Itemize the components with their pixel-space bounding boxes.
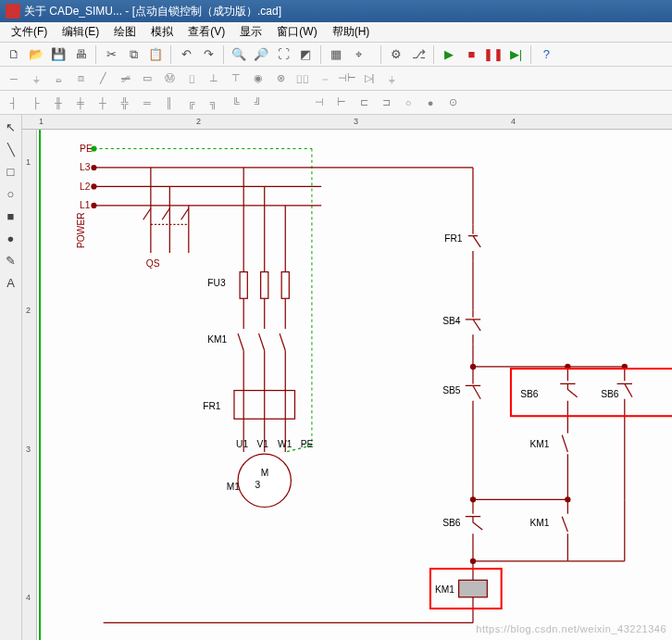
- save-button[interactable]: 💾: [48, 44, 68, 65]
- comp2-c[interactable]: ╫: [48, 93, 68, 113]
- menu-edit[interactable]: 编辑(E): [55, 22, 106, 42]
- comp2-m[interactable]: ⊣: [309, 93, 330, 113]
- comp-lamp[interactable]: ⊗: [270, 69, 291, 89]
- watermark: https://blog.csdn.net/weixin_43221346: [476, 623, 666, 634]
- tool-pen[interactable]: ✎: [3, 252, 19, 269]
- undo-button[interactable]: ↶: [176, 44, 196, 65]
- comp2-i[interactable]: ╔: [181, 93, 202, 113]
- sim-config-button[interactable]: ⚙: [386, 44, 406, 65]
- separator: [223, 45, 224, 64]
- play-button[interactable]: ▶: [439, 44, 459, 65]
- tool-rect[interactable]: □: [3, 163, 19, 180]
- comp-wire[interactable]: ─: [4, 69, 24, 89]
- comp-switch[interactable]: ╱: [93, 69, 113, 89]
- snap-button[interactable]: ⌖: [348, 44, 368, 65]
- menu-draw[interactable]: 绘图: [106, 22, 143, 42]
- comp-fuse[interactable]: ⏛: [48, 69, 68, 89]
- comp-capacitor[interactable]: ⊣⊢: [337, 69, 357, 89]
- separator: [380, 45, 381, 64]
- svg-rect-60: [459, 580, 488, 596]
- drawing-canvas[interactable]: PE L3 L2 L1 POWER QS FU3 KM1 FR1 U1 V1 W…: [37, 130, 672, 640]
- menu-window[interactable]: 窗口(W): [269, 22, 324, 42]
- label-u1: U1: [236, 439, 248, 449]
- print-button[interactable]: 🖶: [70, 44, 91, 65]
- label-m1: M1: [227, 482, 241, 492]
- tool-text[interactable]: A: [3, 274, 19, 291]
- separator: [170, 45, 171, 64]
- comp-breaker[interactable]: ⧈: [70, 69, 91, 89]
- menu-help[interactable]: 帮助(H): [325, 22, 378, 42]
- comp2-s[interactable]: ⊙: [442, 93, 463, 113]
- zoom-out-button[interactable]: 🔎: [251, 44, 271, 65]
- open-button[interactable]: 📂: [26, 44, 46, 65]
- comp-motor[interactable]: Ⓜ: [159, 69, 180, 89]
- menubar: 文件(F) 编辑(E) 绘图 模拟 查看(V) 显示 窗口(W) 帮助(H): [0, 22, 672, 43]
- comp-diode[interactable]: ▷|: [359, 69, 380, 89]
- svg-rect-18: [281, 272, 289, 299]
- label-fu3: FU3: [207, 278, 226, 288]
- comp-contactor[interactable]: ⧣: [115, 69, 135, 89]
- menu-file[interactable]: 文件(F): [4, 22, 55, 42]
- comp-relay[interactable]: ▭: [137, 69, 157, 89]
- separator: [95, 45, 96, 64]
- comp-transformer[interactable]: ⌷⌷: [292, 69, 313, 89]
- help-button[interactable]: ?: [536, 44, 556, 65]
- window-title: 关于 CADe_SIMU... - [点动自锁控制（成功版）.cad]: [24, 4, 281, 19]
- comp2-o[interactable]: ⊏: [354, 93, 374, 113]
- tool-fillcircle[interactable]: ●: [3, 230, 19, 246]
- redo-button[interactable]: ↷: [198, 44, 218, 65]
- comp2-e[interactable]: ┼: [93, 93, 113, 113]
- comp-contact-no[interactable]: ⊥: [204, 69, 224, 89]
- zoom-fit-button[interactable]: ⛶: [273, 44, 293, 65]
- workspace: ↖ ╲ □ ○ ■ ● ✎ A 1 2 3 4 1 2 3 4: [0, 115, 672, 640]
- zoom-in-button[interactable]: 🔍: [229, 44, 249, 65]
- comp2-b[interactable]: ├: [26, 93, 46, 113]
- tool-circle[interactable]: ○: [3, 185, 19, 202]
- comp-coil[interactable]: ⌷: [181, 69, 202, 89]
- comp-button[interactable]: ◉: [248, 69, 268, 89]
- label-km1: KM1: [207, 334, 227, 345]
- label-sb5: SB5: [442, 385, 461, 395]
- label-km1d: KM1: [435, 584, 454, 595]
- comp-contact-nc[interactable]: ⊤: [226, 69, 246, 89]
- label-l3: L3: [80, 162, 91, 172]
- zoom-region-button[interactable]: ◩: [295, 44, 316, 65]
- menu-view[interactable]: 查看(V): [180, 22, 232, 42]
- comp2-l[interactable]: ╝: [248, 93, 268, 113]
- step-button[interactable]: ▶|: [505, 44, 526, 65]
- tool-fillrect[interactable]: ■: [3, 207, 19, 224]
- pause-button[interactable]: ❚❚: [483, 44, 504, 65]
- comp2-k[interactable]: ╚: [226, 93, 246, 113]
- comp-resistor[interactable]: ⏤: [315, 69, 335, 89]
- paste-button[interactable]: 📋: [145, 44, 166, 65]
- menu-display[interactable]: 显示: [232, 22, 269, 42]
- comp2-a[interactable]: ┤: [4, 93, 24, 113]
- comp2-q[interactable]: ○: [398, 93, 418, 113]
- comp2-n[interactable]: ⊢: [331, 93, 352, 113]
- comp2-g[interactable]: ═: [137, 93, 157, 113]
- label-km1c: KM1: [529, 518, 549, 528]
- canvas-wrap: 1 2 3 4 1 2 3 4: [22, 115, 672, 640]
- stop-button[interactable]: ■: [461, 44, 481, 65]
- tool-line[interactable]: ╲: [3, 141, 19, 157]
- label-l1: L1: [80, 200, 91, 210]
- cut-button[interactable]: ✂: [101, 44, 121, 65]
- sim-build-button[interactable]: ⎇: [408, 44, 429, 65]
- comp-power[interactable]: ⏚: [26, 69, 46, 89]
- svg-rect-16: [240, 272, 247, 299]
- toolbar-main: 🗋 📂 💾 🖶 ✂ ⧉ 📋 ↶ ↷ 🔍 🔎 ⛶ ◩ ▦ ⌖ ⚙ ⎇ ▶ ■ ❚❚…: [0, 43, 672, 67]
- comp2-f[interactable]: ╬: [115, 93, 135, 113]
- comp2-r[interactable]: ●: [420, 93, 441, 113]
- tool-select[interactable]: ↖: [3, 119, 19, 135]
- comp2-h[interactable]: ║: [159, 93, 180, 113]
- copy-button[interactable]: ⧉: [123, 44, 143, 65]
- new-button[interactable]: 🗋: [4, 44, 24, 65]
- grid-button[interactable]: ▦: [326, 44, 346, 65]
- separator: [433, 45, 434, 64]
- label-w1: W1: [278, 439, 292, 449]
- menu-simulate[interactable]: 模拟: [143, 22, 180, 42]
- comp2-j[interactable]: ╗: [204, 93, 224, 113]
- comp2-d[interactable]: ╪: [70, 93, 91, 113]
- comp-ground[interactable]: ⏚: [381, 69, 402, 89]
- comp2-p[interactable]: ⊐: [376, 93, 396, 113]
